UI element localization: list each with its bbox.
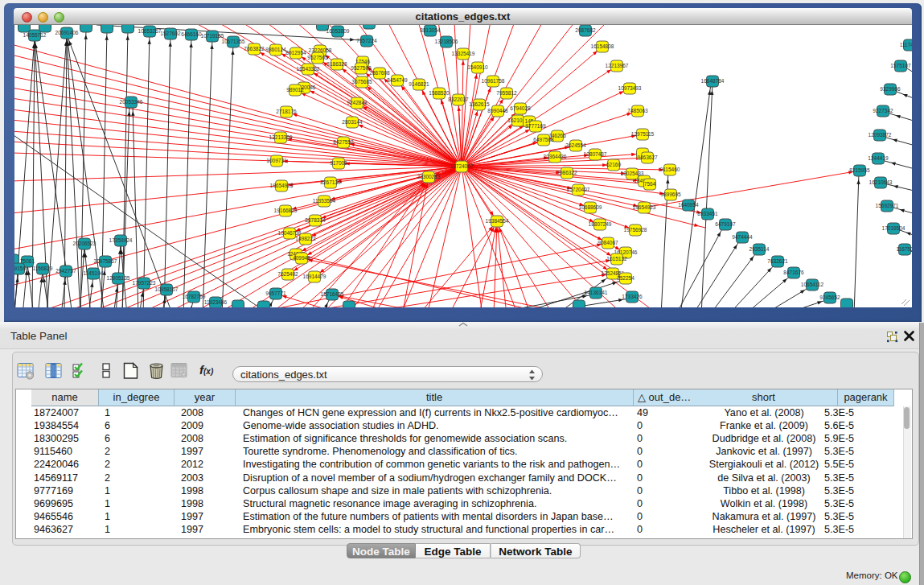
svg-text:10654112: 10654112 [801,282,824,287]
svg-text:20206523: 20206523 [73,241,97,246]
svg-text:18807249: 18807249 [589,221,612,227]
svg-text:8878334: 8878334 [305,217,326,223]
svg-text:9329966: 9329966 [880,86,901,92]
svg-text:16914479: 16914479 [303,274,326,279]
svg-text:1733426: 1733426 [622,294,643,299]
svg-text:11923446: 11923446 [204,299,228,305]
svg-text:12975115: 12975115 [631,131,655,137]
svg-text:19166829: 19166829 [274,208,298,213]
svg-text:7357224: 7357224 [356,38,377,43]
svg-text:409948: 409948 [293,255,310,261]
svg-text:7625402: 7625402 [277,271,298,277]
svg-text:1244419: 1244419 [868,155,889,161]
svg-text:17016504: 17016504 [882,225,906,231]
svg-text:1498222: 1498222 [295,236,316,241]
svg-text:11353594: 11353594 [313,198,336,204]
svg-text:9899695: 9899695 [660,192,681,197]
svg-text:6794028: 6794028 [510,105,531,111]
svg-text:6497568: 6497568 [533,137,554,142]
svg-text:989012: 989012 [286,87,304,93]
svg-text:1615132: 1615132 [606,256,627,262]
svg-text:13325419: 13325419 [452,51,475,56]
svg-text:12213967: 12213967 [606,63,629,68]
svg-text:9474444: 9474444 [732,234,753,240]
svg-text:9527505: 9527505 [307,55,328,60]
svg-text:16648784: 16648784 [701,78,725,84]
svg-text:9146821: 9146821 [409,81,429,87]
svg-text:8990448: 8990448 [487,108,508,113]
svg-text:7485063: 7485063 [627,108,648,113]
svg-text:23300213: 23300213 [417,174,441,179]
svg-text:16782759: 16782759 [183,294,206,299]
svg-text:20053346: 20053346 [120,99,143,105]
svg-text:7632621: 7632621 [767,258,788,264]
svg-text:1117482: 1117482 [900,42,912,47]
svg-text:20691406: 20691406 [55,30,79,35]
svg-text:39159: 39159 [14,266,26,271]
svg-text:2803144: 2803144 [342,119,363,125]
svg-text:1527602: 1527602 [160,31,181,36]
svg-text:10807487: 10807487 [584,151,607,157]
svg-text:8322037: 8322037 [448,97,469,102]
svg-text:16053809: 16053809 [326,28,350,34]
svg-text:8471676: 8471676 [783,270,804,275]
svg-text:17957223: 17957223 [133,280,156,286]
svg-text:19654925: 19654925 [270,183,294,188]
svg-text:917008: 917008 [330,160,347,166]
svg-text:12213369: 12213369 [269,134,293,140]
svg-text:9463627: 9463627 [637,154,658,160]
svg-text:2087682: 2087682 [575,27,596,33]
svg-text:1640954: 1640954 [678,202,699,208]
svg-text:13218506: 13218506 [435,39,458,44]
svg-text:3675685: 3675685 [351,79,372,84]
svg-text:10961758: 10961758 [482,78,505,84]
svg-text:9657771: 9657771 [265,290,286,296]
svg-text:10719155: 10719155 [201,33,224,39]
svg-text:10688609: 10688609 [579,204,602,210]
svg-text:15720407: 15720407 [567,187,590,192]
svg-text:15692971: 15692971 [876,203,899,208]
svg-text:6466160: 6466160 [181,31,202,37]
svg-text:7955812: 7955812 [496,90,517,96]
svg-text:12905135: 12905135 [107,275,130,281]
svg-text:2935114: 2935114 [749,246,770,252]
svg-text:2718176: 2718176 [276,109,297,114]
svg-text:9227342: 9227342 [873,108,893,113]
svg-text:19654923: 19654923 [633,204,656,210]
svg-text:1156829: 1156829 [33,266,53,271]
svg-text:14136141: 14136141 [585,290,608,295]
svg-text:8215955: 8215955 [849,167,870,173]
svg-text:8933451: 8933451 [697,211,718,216]
svg-text:10046738: 10046738 [278,230,302,236]
svg-text:9777169: 9777169 [525,123,546,129]
svg-text:1145194: 1145194 [84,270,104,276]
svg-text:6479197: 6479197 [715,221,736,227]
svg-text:2942757: 2942757 [55,268,76,274]
svg-text:9084067: 9084067 [598,240,618,245]
svg-text:7564: 7564 [644,181,656,187]
svg-text:20364436: 20364436 [544,154,567,159]
svg-text:9242848: 9242848 [347,100,368,105]
svg-text:10973493: 10973493 [618,85,642,91]
svg-text:8912954: 8912954 [285,50,306,56]
svg-text:12093872: 12093872 [869,132,892,138]
svg-text:1009731: 1009731 [266,158,287,163]
svg-text:18724007: 18724007 [450,163,474,169]
svg-text:8267130: 8267130 [320,179,341,185]
svg-text:252254: 252254 [617,275,634,281]
svg-text:15716485: 15716485 [321,291,344,297]
svg-text:3624554: 3624554 [565,142,586,148]
svg-text:16210643: 16210643 [869,179,893,185]
svg-text:8454749: 8454749 [387,77,408,83]
svg-text:17359924: 17359924 [109,237,133,243]
svg-text:116753: 116753 [896,246,912,252]
svg-text:1362615: 1362615 [469,101,490,107]
svg-text:19756928: 19756928 [624,227,647,233]
svg-text:10653267: 10653267 [138,28,162,34]
svg-text:16154808: 16154808 [591,43,614,49]
svg-text:9860124: 9860124 [265,47,286,52]
svg-text:7663822: 7663822 [244,46,265,51]
svg-text:30975867: 30975867 [94,258,117,264]
svg-text:16543362: 16543362 [297,66,320,72]
svg-text:9115460: 9115460 [660,167,680,172]
